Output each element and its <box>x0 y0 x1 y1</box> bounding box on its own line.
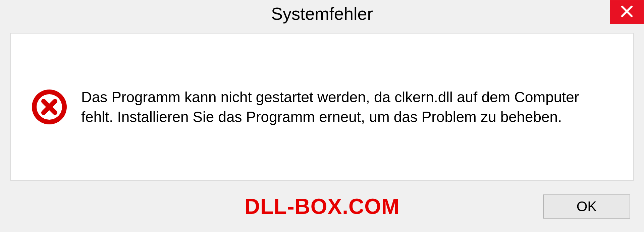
dialog-title: Systemfehler <box>271 4 373 24</box>
close-icon <box>620 5 634 19</box>
error-icon <box>31 89 68 125</box>
close-button[interactable] <box>610 0 644 24</box>
error-dialog: Systemfehler Das Programm kann nicht ges… <box>0 0 644 232</box>
titlebar: Systemfehler <box>0 0 644 27</box>
ok-button[interactable]: OK <box>543 194 630 219</box>
dialog-footer: DLL-BOX.COM OK <box>0 188 644 232</box>
error-message: Das Programm kann nicht gestartet werden… <box>81 87 591 127</box>
watermark-text: DLL-BOX.COM <box>245 194 400 219</box>
content-area: Das Programm kann nicht gestartet werden… <box>10 33 634 181</box>
